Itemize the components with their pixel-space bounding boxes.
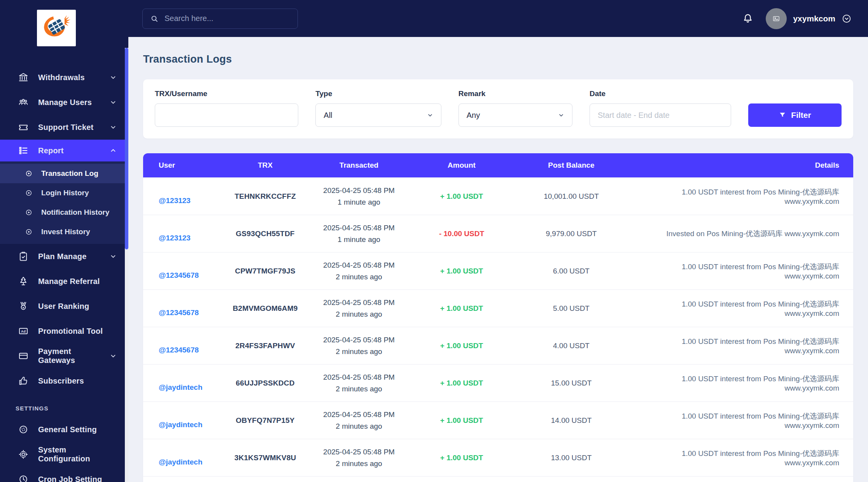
table-row: @12345678 CPW7TMGF79JS 2025-04-25 05:48 … (143, 252, 853, 289)
sidebar-item-promotional-tool[interactable]: Ad Promotional Tool (0, 319, 128, 344)
post-balance-cell: 5.00 USDT (516, 304, 626, 313)
tree-icon (18, 276, 29, 287)
user-link[interactable]: @12345678 (159, 271, 199, 280)
table-row-partial (143, 476, 853, 482)
sidebar-item-system-configuration[interactable]: System Configuration (0, 442, 128, 467)
col-header-transacted: Transacted (311, 161, 407, 170)
username[interactable]: yxymkcom (793, 14, 835, 23)
user-link[interactable]: @jaydintech (159, 421, 203, 429)
sidebar-item-user-ranking[interactable]: User Ranking (0, 294, 128, 319)
report-submenu: Transaction Log Login History Notificati… (0, 161, 128, 244)
sidebar-item-withdrawals[interactable]: Withdrawals (0, 65, 128, 90)
sidebar-item-label: User Ranking (38, 302, 89, 311)
details-cell: 1.00 USDT interest from Pos Mining-优选源码库… (626, 374, 853, 393)
date-label: Date (590, 89, 731, 98)
chevron-down-icon (427, 112, 433, 118)
chevron-down-icon (110, 99, 117, 106)
clipboard-icon (18, 251, 29, 262)
filter-button[interactable]: Filter (748, 103, 842, 127)
amount-cell: + 1.00 USDT (407, 304, 516, 313)
submenu-item-notification-history[interactable]: Notification History (0, 203, 128, 222)
submenu-item-label: Notification History (41, 208, 109, 217)
ticket-icon (18, 122, 29, 133)
type-select[interactable]: All (315, 103, 441, 127)
trx-code: OBYFQ7N7P15Y (219, 416, 311, 425)
amount-cell: - 10.00 USDT (407, 230, 516, 238)
post-balance-cell: 9,979.00 USDT (516, 230, 626, 238)
transacted-date: 2025-04-25 05:48 PM (311, 409, 407, 420)
search-input[interactable] (164, 14, 290, 23)
sidebar-item-cron-job-setting[interactable]: Cron Job Setting (0, 467, 128, 482)
user-link[interactable]: @12345678 (159, 346, 199, 354)
transacted-date: 2025-04-25 05:48 PM (311, 185, 407, 196)
submenu-item-login-history[interactable]: Login History (0, 183, 128, 203)
submenu-item-invest-history[interactable]: Invest History (0, 222, 128, 242)
chevron-down-circle-icon[interactable] (842, 14, 852, 24)
details-cell: 1.00 USDT interest from Pos Mining-优选源码库… (626, 262, 853, 280)
table-row: @jaydintech OBYFQ7N7P15Y 2025-04-25 05:4… (143, 401, 853, 439)
table-row: @123123 GS93QCH55TDF 2025-04-25 05:48 PM… (143, 215, 853, 252)
circle-dot-icon (25, 228, 33, 236)
amount-cell: + 1.00 USDT (407, 342, 516, 350)
user-link[interactable]: @jaydintech (159, 383, 203, 392)
table-row: @12345678 2R4FS3FAPHWV 2025-04-25 05:48 … (143, 327, 853, 364)
transacted-ago: 2 minutes ago (311, 383, 407, 394)
remark-select[interactable]: Any (458, 103, 572, 127)
page-title: Transaction Logs (143, 53, 853, 65)
remark-select-value: Any (467, 111, 480, 120)
clock-icon (18, 474, 29, 482)
sidebar-item-subscribers[interactable]: Subscribers (0, 368, 128, 393)
details-cell: 1.00 USDT interest from Pos Mining-优选源码库… (626, 449, 853, 467)
table-row: @jaydintech 3K1KS7WMKV8U 2025-04-25 05:4… (143, 439, 853, 476)
submenu-item-label: Transaction Log (41, 169, 98, 178)
user-link[interactable]: @123123 (159, 234, 191, 242)
date-range-input[interactable] (590, 103, 731, 127)
transacted-cell: 2025-04-25 05:48 PM 2 minutes ago (311, 297, 407, 320)
trx-username-input[interactable] (155, 103, 298, 127)
transacted-date: 2025-04-25 05:48 PM (311, 297, 407, 308)
topbar: yxymkcom (128, 0, 868, 37)
post-balance-cell: 13.00 USDT (516, 454, 626, 462)
sidebar-item-manage-users[interactable]: Manage Users (0, 90, 128, 115)
type-select-value: All (324, 111, 332, 120)
sidebar-item-manage-referral[interactable]: Manage Referral (0, 269, 128, 294)
avatar[interactable] (766, 8, 787, 29)
transacted-ago: 2 minutes ago (311, 271, 407, 282)
transacted-cell: 2025-04-25 05:48 PM 2 minutes ago (311, 446, 407, 469)
sidebar-item-report[interactable]: Report (0, 140, 128, 161)
sidebar-item-label: Plan Manage (38, 252, 86, 261)
trx-username-label: TRX/Username (155, 89, 298, 98)
submenu-item-label: Login History (41, 189, 89, 197)
sidebar-item-label: Subscribers (38, 377, 84, 386)
sidebar-nav: Withdrawals Manage Users (0, 65, 128, 482)
trx-code: B2MVMGOM6AM9 (219, 304, 311, 313)
chevron-down-icon (110, 124, 117, 131)
user-link[interactable]: @123123 (159, 196, 191, 205)
image-placeholder-icon (772, 14, 780, 23)
table-row: @jaydintech 66UJJPSSKDCD 2025-04-25 05:4… (143, 364, 853, 401)
thumbs-up-icon (18, 375, 29, 386)
funnel-icon (779, 111, 786, 119)
sidebar-item-payment-gateways[interactable]: Payment Gateways (0, 344, 128, 368)
trx-code: GS93QCH55TDF (219, 230, 311, 238)
submenu-item-transaction-log[interactable]: Transaction Log (0, 164, 128, 183)
notification-bell-icon[interactable] (742, 12, 754, 25)
trx-code: TEHNKRKCCFFZ (219, 192, 311, 201)
sidebar-item-support-ticket[interactable]: Support Ticket (0, 115, 128, 140)
post-balance-cell: 10,001.00 USDT (516, 192, 626, 201)
transacted-date: 2025-04-25 05:48 PM (311, 446, 407, 457)
user-link[interactable]: @12345678 (159, 308, 199, 317)
transacted-cell: 2025-04-25 05:48 PM 2 minutes ago (311, 334, 407, 357)
sidebar-item-label: General Setting (38, 425, 97, 434)
trx-code: CPW7TMGF79JS (219, 267, 311, 275)
user-menu[interactable]: yxymkcom (766, 8, 852, 29)
sidebar-item-plan-manage[interactable]: Plan Manage (0, 244, 128, 269)
brand-logo[interactable] (37, 10, 76, 46)
search-box[interactable] (142, 9, 298, 29)
sidebar-item-general-setting[interactable]: General Setting (0, 417, 128, 442)
settings-section-header: SETTINGS (16, 405, 128, 412)
type-label: Type (315, 89, 441, 98)
sidebar-item-label: Cron Job Setting (38, 475, 102, 482)
sidebar-scrollbar-thumb[interactable] (125, 48, 128, 249)
user-link[interactable]: @jaydintech (159, 458, 203, 466)
